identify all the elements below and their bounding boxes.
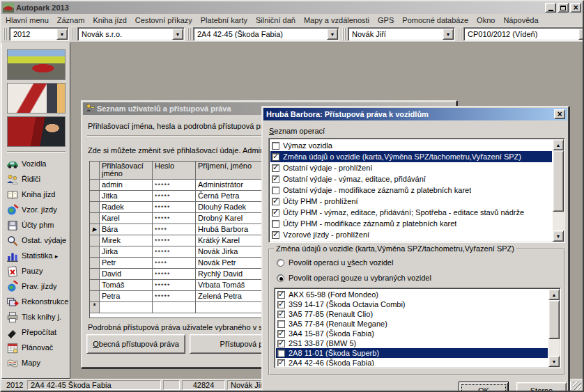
row-selector[interactable] [90, 280, 100, 291]
row-selector[interactable] [90, 291, 100, 302]
radio-selected-vehicles[interactable]: Povolit operaci pouze u vybraných vozide… [277, 274, 431, 282]
sidebar-item-pauzy[interactable]: Pauzy [2, 263, 70, 279]
checkbox-icon[interactable] [277, 340, 285, 347]
row-selector[interactable] [90, 202, 100, 213]
menu-item[interactable]: GPS [374, 15, 398, 26]
checkbox-icon[interactable] [272, 175, 279, 183]
scroll-up-icon[interactable]: ▲ [548, 289, 560, 300]
sidebar-item-kniha-jizd[interactable]: Kniha jízd [2, 187, 70, 202]
operation-item[interactable]: Výmaz vozidla [270, 140, 552, 151]
operation-item[interactable]: Ostatní výdaje - modifikace záznamů z pl… [270, 185, 552, 196]
cell-login[interactable]: Radek [100, 202, 153, 213]
vehicle-item[interactable]: 2S1 33-87 (BMW 5) [276, 338, 548, 348]
row-selector[interactable] [90, 191, 100, 202]
checkbox-icon[interactable] [277, 301, 285, 308]
row-selector[interactable] [90, 235, 100, 246]
operation-item[interactable]: Vzorové jízdy - prohlížení [270, 229, 552, 240]
menu-item[interactable]: Záznam [53, 15, 89, 26]
scrollbar-thumb[interactable] [553, 150, 564, 212]
radio-icon[interactable] [277, 259, 284, 267]
row-selector[interactable] [90, 180, 100, 191]
cell-password[interactable]: **** [153, 258, 196, 269]
close-button[interactable] [570, 3, 581, 13]
chevron-down-icon[interactable] [443, 29, 454, 40]
operation-item[interactable]: Účty PHM - prohlížení [270, 196, 552, 207]
menu-item[interactable]: Nápověda [499, 15, 542, 26]
vehicle-item[interactable]: 3S9 14-17 (Škoda Octavia Combi) [276, 299, 548, 309]
sidebar-item-tisk-knihy[interactable]: Tisk knihy j. [2, 309, 70, 324]
maximize-button[interactable] [558, 3, 569, 13]
checkbox-icon[interactable] [277, 350, 285, 357]
cell-login[interactable]: Jitka [100, 191, 153, 202]
checkbox-icon[interactable] [272, 220, 279, 228]
menu-item[interactable]: Kniha jízd [89, 15, 131, 26]
vehicle-item[interactable]: 3A4 15-87 (Škoda Fabia) [276, 329, 548, 338]
sidebar-item-vozidla[interactable]: Vozidla [2, 156, 70, 171]
checkbox-icon[interactable] [277, 359, 285, 367]
cell-login[interactable] [100, 302, 153, 313]
cell-login[interactable]: Petr [100, 258, 153, 269]
menu-item[interactable]: Pomocné databáze [398, 15, 472, 26]
chevron-down-icon[interactable] [172, 29, 183, 40]
chevron-down-icon[interactable] [578, 29, 584, 40]
scrollbar-thumb[interactable] [548, 300, 560, 339]
scroll-down-icon[interactable]: ▼ [553, 230, 564, 242]
checkbox-icon[interactable] [272, 187, 279, 194]
operation-item[interactable]: Ostatní výdaje - prohlížení [270, 162, 552, 173]
row-selector[interactable] [90, 258, 100, 269]
menu-item[interactable]: Mapy a vzdálenosti [300, 15, 374, 26]
sidebar-item-vzor-jizdy[interactable]: Vzor. jízdy [2, 202, 70, 217]
cell-password[interactable]: ***** [153, 235, 196, 246]
cell-login[interactable]: Jirka [100, 246, 153, 258]
sidebar-item-ostat-vydaje[interactable]: Ostat. výdaje [2, 233, 70, 248]
menu-item[interactable]: Hlavní menu [1, 15, 53, 26]
vehicle-item[interactable]: 3A5 77-84 (Renault Megane) [276, 319, 548, 329]
toolbar-combobox[interactable]: 2012 [9, 27, 69, 41]
operations-scrollbar[interactable]: ▲ ▼ [553, 139, 564, 242]
sidebar-item-rekonstrukce[interactable]: Rekonstrukce [2, 294, 70, 309]
operation-item[interactable]: Účty PHM - modifikace záznamů z platební… [270, 218, 552, 229]
cell-password[interactable]: **** [153, 224, 196, 235]
row-selector[interactable] [90, 224, 100, 235]
toolbar-combobox[interactable]: Novák Jiří [348, 27, 455, 41]
menu-item[interactable]: Silniční daň [252, 15, 300, 26]
sidebar-item-mapy[interactable]: Mapy [2, 355, 70, 370]
sidebar-item-ucty-phm[interactable]: Účty phm [2, 217, 70, 233]
toolbar-combobox[interactable]: Novák s.r.o. [77, 27, 185, 41]
cell-password[interactable]: ***** [153, 246, 196, 258]
cell-password[interactable]: ***** [153, 291, 196, 302]
dialog-close-button[interactable] [554, 109, 565, 119]
menu-item[interactable]: Cestovní příkazy [131, 15, 197, 26]
resize-grip[interactable] [573, 382, 581, 390]
chevron-down-icon[interactable] [56, 29, 68, 40]
column-header-password[interactable]: Heslo [153, 162, 196, 180]
cell-login[interactable]: David [100, 269, 153, 280]
ok-button[interactable]: OK [459, 382, 509, 392]
checkbox-icon[interactable] [277, 330, 285, 338]
operation-item[interactable]: Účty PHM - výmaz, editace, přidávání; Sp… [270, 207, 552, 218]
checkbox-icon[interactable] [272, 164, 279, 172]
cell-password[interactable]: ***** [153, 269, 196, 280]
general-rights-button[interactable]: Obecná přístupová práva [86, 334, 185, 354]
vehicle-item[interactable]: 2A8 11-01 (Škoda Superb) [276, 348, 548, 358]
cell-login[interactable]: admin [100, 180, 153, 191]
toolbar-combobox[interactable]: 2A4 42-45 (Škoda Fabia) [193, 27, 339, 41]
cancel-button[interactable]: Storno [516, 382, 567, 392]
scroll-up-icon[interactable]: ▲ [553, 139, 564, 150]
checkbox-icon[interactable] [272, 153, 279, 161]
checkbox-icon[interactable] [277, 291, 285, 299]
checkbox-icon[interactable] [272, 209, 279, 217]
operation-item[interactable]: Vzorové jízdy - výmaz, editace, přidáván… [270, 240, 552, 241]
minimize-button[interactable] [545, 3, 556, 13]
sidebar-item-prepocitat[interactable]: Přepočítat [2, 324, 70, 340]
column-header-login[interactable]: Přihlašovací jméno [100, 162, 153, 180]
cell-password[interactable]: ***** [153, 191, 196, 202]
cell-password[interactable]: ***** [153, 280, 196, 291]
cell-login[interactable]: Bára [100, 224, 153, 235]
operation-item[interactable]: Ostatní výdaje - výmaz, editace, přidává… [270, 173, 552, 185]
cell-login[interactable]: Petra [100, 291, 153, 302]
checkbox-icon[interactable] [272, 142, 279, 150]
menu-item[interactable]: Okno [472, 15, 499, 26]
cell-password[interactable]: ***** [153, 180, 196, 191]
vehicle-item[interactable]: 3A5 77-85 (Renault Clio) [276, 309, 548, 319]
